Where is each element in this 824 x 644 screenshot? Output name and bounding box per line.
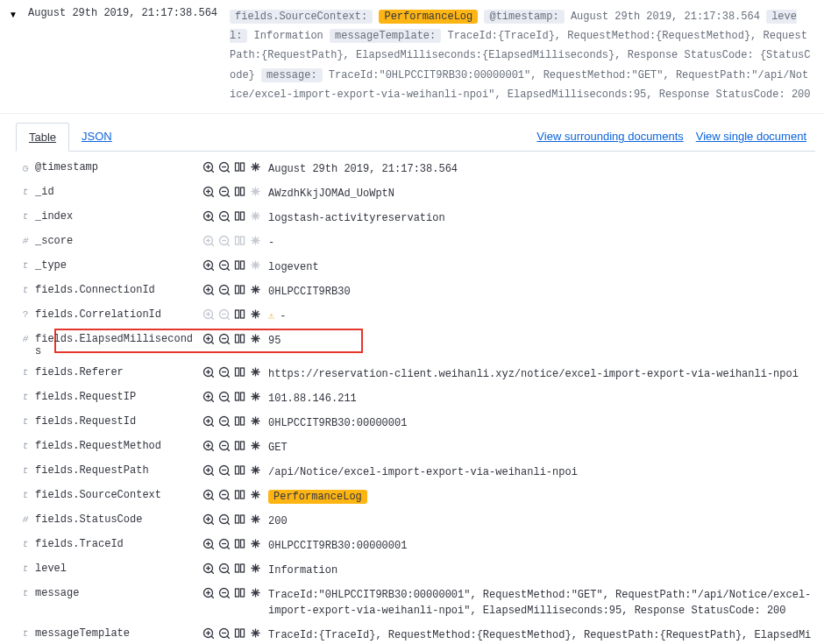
filter-for-value-icon[interactable] — [202, 366, 214, 379]
filter-for-value-icon[interactable] — [202, 161, 214, 173]
filter-for-value-icon[interactable] — [202, 186, 214, 198]
filter-out-value-icon[interactable] — [217, 366, 230, 379]
field-name: @timestamp — [35, 161, 202, 173]
filter-out-value-icon[interactable] — [217, 513, 230, 526]
field-type-icon: t — [16, 464, 35, 476]
field-value-text: 95 — [268, 335, 281, 347]
filter-out-value-icon[interactable] — [217, 210, 230, 223]
filter-for-value-icon[interactable] — [202, 284, 214, 296]
filter-for-value-icon[interactable] — [202, 563, 214, 575]
filter-exists-icon[interactable] — [249, 366, 261, 379]
filter-for-value-icon[interactable] — [202, 210, 214, 223]
toggle-column-icon[interactable] — [233, 440, 245, 452]
toggle-column-icon[interactable] — [233, 489, 245, 501]
tab-table[interactable]: Table — [16, 123, 69, 152]
summary-val-level: Information — [254, 30, 323, 42]
filter-exists-icon[interactable] — [249, 284, 261, 296]
toggle-column-icon[interactable] — [233, 587, 245, 599]
filter-out-value-icon[interactable] — [217, 415, 230, 428]
log-summary-row: ▼ August 29th 2019, 21:17:38.564 fields.… — [0, 0, 824, 114]
field-value: logstash-activityreservation — [268, 210, 815, 226]
filter-exists-icon[interactable] — [249, 513, 261, 526]
filter-exists-icon[interactable] — [249, 440, 261, 452]
toggle-column-icon[interactable] — [233, 415, 245, 428]
filter-out-value-icon[interactable] — [217, 464, 230, 477]
filter-exists-icon[interactable] — [249, 391, 261, 403]
toggle-column-icon[interactable] — [233, 210, 245, 223]
field-value-text: August 29th 2019, 21:17:38.564 — [268, 163, 458, 175]
filter-for-value-icon[interactable] — [202, 464, 214, 477]
field-type-icon: ◷ — [16, 161, 35, 173]
field-value: GET — [268, 440, 815, 456]
toggle-column-icon[interactable] — [233, 366, 245, 379]
filter-out-value-icon[interactable] — [217, 391, 230, 403]
field-row: tlevelInformation — [16, 558, 815, 583]
filter-for-value-icon[interactable] — [202, 391, 214, 403]
toggle-column-icon[interactable] — [233, 284, 245, 296]
field-type-icon: t — [16, 366, 35, 378]
toggle-column-icon[interactable] — [233, 259, 245, 272]
filter-out-value-icon[interactable] — [217, 186, 230, 198]
filter-exists-icon[interactable] — [249, 464, 261, 477]
toggle-column-icon[interactable] — [233, 161, 245, 173]
link-view-surrounding[interactable]: View surrounding documents — [536, 130, 683, 143]
tab-bar: Table JSON View surrounding documents Vi… — [16, 123, 815, 152]
toggle-column-icon[interactable] — [233, 513, 245, 526]
field-name: fields.CorrelationId — [35, 308, 202, 321]
filter-for-value-icon[interactable] — [202, 333, 214, 345]
filter-for-value-icon[interactable] — [202, 259, 214, 272]
field-actions — [202, 627, 268, 640]
toggle-column-icon[interactable] — [233, 391, 245, 403]
filter-for-value-icon[interactable] — [202, 538, 214, 550]
field-row: #fields.ElapsedMilliseconds95 — [16, 329, 815, 362]
filter-for-value-icon[interactable] — [202, 587, 214, 599]
filter-out-value-icon[interactable] — [217, 563, 230, 575]
toggle-column-icon[interactable] — [233, 186, 245, 198]
filter-exists-icon[interactable] — [249, 587, 261, 599]
toggle-column-icon[interactable] — [233, 627, 245, 640]
filter-out-value-icon[interactable] — [217, 627, 230, 640]
filter-for-value-icon[interactable] — [202, 513, 214, 526]
toggle-column-icon[interactable] — [233, 538, 245, 550]
field-actions — [202, 489, 268, 501]
filter-exists-icon[interactable] — [249, 333, 261, 345]
filter-exists-icon[interactable] — [249, 538, 261, 550]
field-actions — [202, 259, 268, 272]
filter-out-value-icon[interactable] — [217, 587, 230, 599]
field-name: messageTemplate — [35, 627, 202, 640]
field-name: _type — [35, 259, 202, 272]
field-row: t_indexlogstash-activityreservation — [16, 206, 815, 230]
filter-out-value-icon[interactable] — [217, 538, 230, 550]
filter-for-value-icon[interactable] — [202, 627, 214, 640]
filter-out-value-icon[interactable] — [217, 440, 230, 452]
field-type-icon: # — [16, 333, 35, 344]
toggle-column-icon[interactable] — [233, 308, 245, 321]
field-value: 0HLPCCIT9RB30 — [268, 284, 815, 300]
toggle-column-icon[interactable] — [233, 464, 245, 477]
filter-out-value-icon[interactable] — [217, 259, 230, 272]
filter-out-value-icon[interactable] — [217, 161, 230, 173]
filter-out-value-icon[interactable] — [217, 284, 230, 296]
filter-exists-icon[interactable] — [249, 415, 261, 428]
tab-json[interactable]: JSON — [69, 123, 124, 151]
filter-out-value-icon[interactable] — [217, 333, 230, 345]
filter-exists-icon[interactable] — [249, 563, 261, 575]
filter-for-value-icon[interactable] — [202, 415, 214, 428]
filter-exists-icon[interactable] — [249, 308, 261, 321]
filter-for-value-icon[interactable] — [202, 489, 214, 501]
field-name: fields.TraceId — [35, 538, 202, 550]
toggle-column-icon[interactable] — [233, 563, 245, 575]
field-actions — [202, 587, 268, 599]
field-type-icon: # — [16, 513, 35, 525]
link-view-single[interactable]: View single document — [696, 130, 806, 143]
field-name: fields.ElapsedMilliseconds — [35, 333, 202, 357]
filter-out-value-icon[interactable] — [217, 489, 230, 501]
field-name: fields.RequestIP — [35, 391, 202, 403]
filter-exists-icon[interactable] — [249, 489, 261, 501]
filter-exists-icon[interactable] — [249, 161, 261, 173]
filter-exists-icon[interactable] — [249, 627, 261, 640]
filter-for-value-icon[interactable] — [202, 440, 214, 452]
field-name: fields.SourceContext — [35, 489, 202, 501]
expand-toggle-icon[interactable]: ▼ — [9, 10, 18, 19]
toggle-column-icon[interactable] — [233, 333, 245, 345]
